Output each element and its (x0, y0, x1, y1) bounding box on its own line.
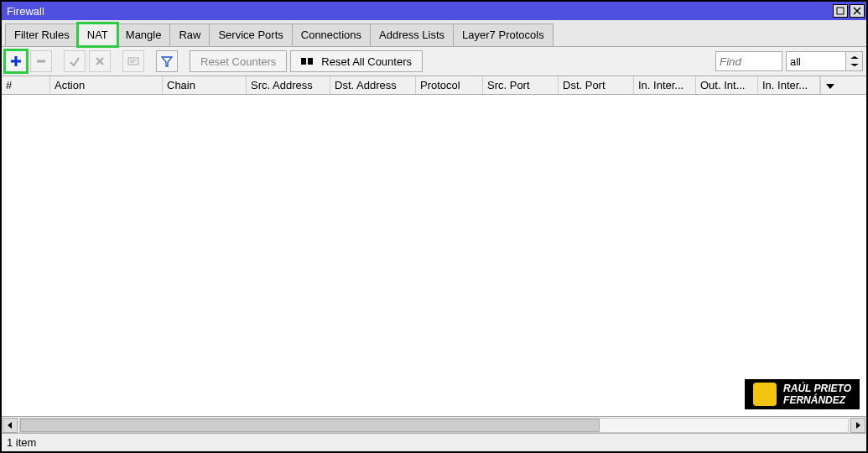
tab-connections[interactable]: Connections (292, 23, 371, 46)
svg-marker-14 (850, 56, 859, 59)
reset-counters-label: Reset Counters (200, 55, 276, 68)
svg-rect-12 (301, 58, 306, 65)
column-header[interactable]: In. Inter... (758, 76, 820, 94)
svg-marker-18 (856, 422, 860, 429)
column-header[interactable]: Out. Int... (696, 76, 758, 94)
svg-marker-16 (826, 84, 834, 89)
column-header[interactable]: Src. Address (247, 76, 330, 94)
svg-rect-0 (837, 8, 844, 14)
tab-service-ports[interactable]: Service Ports (209, 23, 292, 46)
tab-address-lists[interactable]: Address Lists (370, 23, 454, 46)
svg-marker-17 (8, 422, 12, 429)
scroll-left-button[interactable] (3, 418, 18, 433)
filter-select[interactable]: all (786, 51, 863, 71)
column-header[interactable]: Src. Port (483, 76, 559, 94)
reset-all-counters-label: Reset All Counters (321, 55, 412, 68)
tab-layer7-protocols[interactable]: Layer7 Protocols (453, 23, 554, 46)
find-input[interactable] (715, 51, 782, 71)
filter-button[interactable] (156, 50, 178, 72)
disable-button[interactable] (89, 50, 111, 72)
column-header[interactable]: # (2, 76, 50, 94)
tab-bar: Filter RulesNATMangleRawService PortsCon… (2, 20, 866, 46)
scroll-track[interactable] (19, 418, 849, 433)
firewall-window: Firewall Filter RulesNATMangleRawService… (0, 0, 868, 453)
column-headers: #ActionChainSrc. AddressDst. AddressProt… (2, 76, 866, 95)
tab-raw[interactable]: Raw (169, 23, 210, 46)
svg-rect-8 (128, 58, 138, 65)
column-menu-button[interactable] (820, 76, 839, 94)
scroll-right-button[interactable] (850, 418, 865, 433)
reset-all-counters-button[interactable]: Reset All Counters (290, 50, 423, 72)
window-title: Firewall (7, 5, 831, 18)
titlebar: Firewall (2, 2, 866, 20)
table-body: RAÚL PRIETO FERNÁNDEZ (2, 95, 866, 416)
filter-dropdown-button[interactable] (846, 51, 863, 71)
column-header[interactable]: Action (50, 76, 163, 94)
remove-button[interactable] (30, 50, 52, 72)
tab-nat[interactable]: NAT (78, 23, 117, 46)
svg-marker-11 (162, 57, 172, 66)
close-button[interactable] (850, 4, 865, 18)
column-header[interactable]: Dst. Address (330, 76, 416, 94)
watermark: RAÚL PRIETO FERNÁNDEZ (745, 379, 860, 409)
watermark-logo-icon (753, 383, 777, 406)
watermark-line2: FERNÁNDEZ (783, 394, 851, 406)
comment-button[interactable] (122, 50, 144, 72)
tab-filter-rules[interactable]: Filter Rules (5, 23, 79, 46)
counter-icon (301, 56, 316, 66)
column-header[interactable]: In. Inter... (634, 76, 696, 94)
minimize-button[interactable] (833, 4, 848, 18)
svg-marker-15 (850, 64, 859, 66)
column-header[interactable]: Protocol (416, 76, 483, 94)
status-text: 1 item (7, 436, 36, 449)
horizontal-scrollbar[interactable] (2, 416, 866, 433)
add-button[interactable] (5, 50, 27, 72)
status-bar: 1 item (2, 433, 866, 451)
tab-mangle[interactable]: Mangle (117, 23, 171, 46)
column-header[interactable]: Dst. Port (559, 76, 634, 94)
enable-button[interactable] (64, 50, 86, 72)
watermark-line1: RAÚL PRIETO (783, 383, 851, 394)
filter-value: all (790, 55, 801, 68)
svg-rect-13 (308, 58, 313, 65)
column-header[interactable]: Chain (163, 76, 247, 94)
toolbar: Reset Counters Reset All Counters all (2, 46, 866, 76)
reset-counters-button[interactable]: Reset Counters (190, 50, 287, 72)
scroll-thumb[interactable] (20, 419, 600, 432)
